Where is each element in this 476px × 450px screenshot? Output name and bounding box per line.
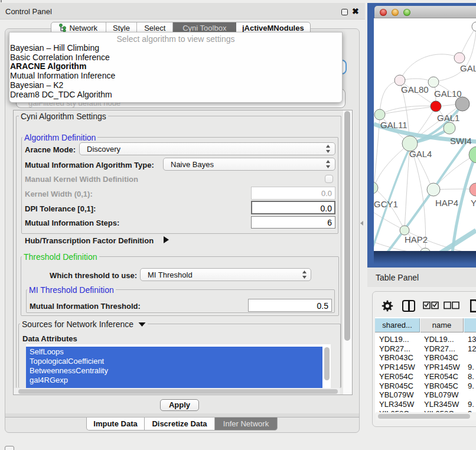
svg-text:HAP2: HAP2	[405, 234, 428, 244]
svg-text:GAL4: GAL4	[409, 149, 432, 159]
svg-text:Y: Y	[471, 198, 476, 208]
svg-text:SWI4: SWI4	[450, 136, 472, 146]
svg-text:GAL80: GAL80	[401, 84, 429, 94]
svg-text:HAP4: HAP4	[435, 198, 458, 208]
svg-text:GAL10: GAL10	[434, 89, 462, 99]
svg-text:GAL1: GAL1	[437, 113, 459, 123]
svg-text:GCY1: GCY1	[374, 199, 398, 209]
svg-text:GAL: GAL	[460, 63, 476, 73]
svg-text:GAL11: GAL11	[380, 120, 407, 130]
